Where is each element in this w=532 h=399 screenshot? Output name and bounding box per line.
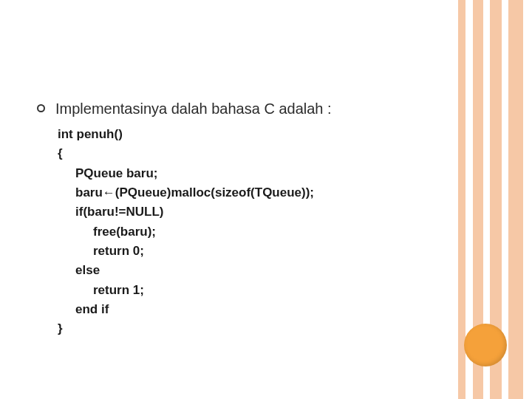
code-line: { <box>58 144 451 163</box>
decor-circle <box>464 324 507 366</box>
code-block: int penuh() { PQueue baru; baru←(PQueue)… <box>58 125 451 339</box>
slide-content: Implementasinya dalah bahasa C adalah : … <box>37 100 451 339</box>
code-frag: baru <box>75 185 103 200</box>
code-line: int penuh() <box>58 125 451 144</box>
arrow-left-icon: ← <box>103 185 115 200</box>
code-frag: (PQueue)malloc(sizeof(TQueue)); <box>115 185 314 200</box>
code-line: else <box>58 261 451 280</box>
code-line: return 1; <box>58 281 451 300</box>
code-line: return 0; <box>58 242 451 261</box>
code-line: PQueue baru; <box>58 164 451 183</box>
code-line: free(baru); <box>58 222 451 242</box>
decor-stripe-4 <box>508 0 523 399</box>
bullet-icon <box>37 104 45 112</box>
code-line: end if <box>58 300 451 319</box>
intro-text: Implementasinya dalah bahasa C adalah : <box>55 100 332 117</box>
code-line: baru←(PQueue)malloc(sizeof(TQueue)); <box>58 183 451 202</box>
code-line: } <box>58 319 451 338</box>
code-line: if(baru!=NULL) <box>58 202 451 222</box>
bullet-row: Implementasinya dalah bahasa C adalah : <box>37 100 451 117</box>
